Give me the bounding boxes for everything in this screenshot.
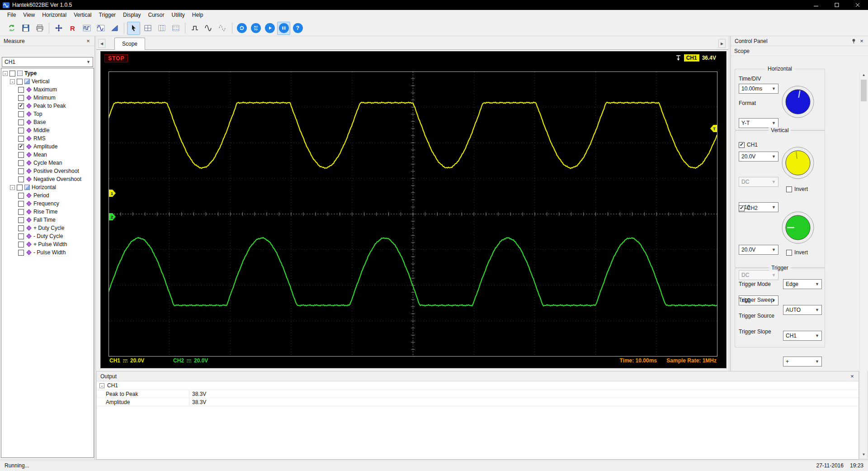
measure-checkbox[interactable] (18, 136, 24, 142)
refresh-button[interactable] (235, 22, 248, 35)
ch2-volts-select[interactable]: 20.0V▼ (739, 245, 778, 255)
scroll-up-icon[interactable]: ▲ (860, 71, 868, 79)
measure-close-icon[interactable]: × (85, 38, 92, 45)
measure-checkbox[interactable] (18, 176, 24, 182)
tree-item[interactable]: Mean (1, 151, 94, 159)
grid-button[interactable] (141, 22, 154, 35)
measure-checkbox[interactable] (18, 95, 24, 101)
vertical-cursor-button[interactable] (155, 22, 168, 35)
tree-item[interactable]: + Pulse Width (1, 240, 94, 248)
tree-item[interactable]: Negative Overshoot (1, 175, 94, 183)
menu-cursor[interactable]: Cursor (144, 10, 168, 19)
tree-root-type[interactable]: Type (1, 69, 94, 77)
measure-checkbox[interactable] (17, 185, 23, 190)
tree-item[interactable]: Amplitude (1, 143, 94, 151)
tree-group-horizontal[interactable]: Horizontal (1, 183, 94, 191)
measure-checkbox[interactable] (18, 152, 24, 158)
minimize-button[interactable] (806, 0, 826, 10)
ch2-invert-checkbox[interactable] (786, 250, 792, 256)
linear-interpolation-button[interactable] (216, 22, 229, 35)
step-interpolation-button[interactable] (188, 22, 201, 35)
ch1-volts-select[interactable]: 20.0V▼ (739, 152, 778, 162)
close-button[interactable] (847, 0, 868, 10)
tree-item[interactable]: - Duty Cycle (1, 232, 94, 240)
output-group-row[interactable]: CH1 (97, 381, 859, 390)
scope-canvas[interactable]: T12 (108, 71, 717, 357)
measure-source-select[interactable]: CH1 ▼ (2, 57, 93, 67)
tree-group-vertical[interactable]: Vertical (1, 77, 94, 86)
ch1-enable-checkbox[interactable] (739, 142, 745, 148)
measure-checkbox[interactable] (18, 119, 24, 125)
vector-display-button[interactable] (80, 22, 93, 35)
dot-display-button[interactable] (94, 22, 107, 35)
measure-checkbox[interactable] (18, 225, 24, 231)
trigger-mode-select[interactable]: Edge▼ (783, 279, 822, 289)
trigger-sweep-select[interactable]: AUTO▼ (783, 305, 822, 315)
menu-view[interactable]: View (19, 10, 38, 19)
scrollbar-thumb[interactable] (861, 80, 867, 101)
scope-display[interactable]: STOP CH1 36.4V T12 CH1 20.0V CH2 20.0V T… (100, 51, 726, 368)
control-panel-close-icon[interactable]: × (858, 38, 865, 45)
output-row[interactable]: Amplitude38.3V (97, 398, 859, 406)
trigger-source-select[interactable]: CH1▼ (783, 331, 822, 341)
timebase-knob[interactable] (781, 85, 815, 119)
acquire-button[interactable] (5, 22, 18, 35)
control-panel-scrollbar[interactable]: ▲ ▼ (859, 71, 867, 458)
tree-item[interactable]: + Duty Cycle (1, 224, 94, 232)
measure-checkbox[interactable] (18, 87, 24, 93)
tree-item[interactable]: Maximum (1, 86, 94, 94)
measure-checkbox[interactable] (18, 168, 24, 174)
measure-checkbox[interactable] (18, 193, 24, 199)
measure-checkbox[interactable] (18, 111, 24, 117)
cursor-button[interactable] (127, 22, 140, 35)
collapse-icon[interactable] (3, 71, 8, 76)
measure-checkbox[interactable] (18, 250, 24, 256)
measure-checkbox[interactable] (9, 71, 15, 76)
autoset-button[interactable]: AUTO (249, 22, 262, 35)
start-button[interactable] (263, 22, 276, 35)
output-close-icon[interactable]: × (849, 373, 856, 380)
tree-item[interactable]: Fall Time (1, 216, 94, 224)
tree-item[interactable]: Period (1, 191, 94, 200)
measure-checkbox[interactable] (18, 201, 24, 207)
measure-checkbox[interactable] (17, 79, 23, 85)
measure-checkbox[interactable] (18, 242, 24, 247)
collapse-icon[interactable] (99, 383, 104, 388)
pan-button[interactable] (52, 22, 65, 35)
tab-scroll-left-icon[interactable]: ◀ (98, 39, 105, 48)
output-row[interactable]: Peak to Peak38.3V (97, 390, 859, 398)
menu-help[interactable]: Help (189, 10, 207, 19)
save-button[interactable] (19, 22, 32, 35)
tree-item[interactable]: Base (1, 118, 94, 126)
collapse-icon[interactable] (10, 185, 15, 190)
tab-scope[interactable]: Scope (114, 38, 145, 50)
ch1-volts-knob[interactable] (781, 146, 815, 180)
ramp-display-button[interactable] (108, 22, 121, 35)
tree-item[interactable]: Cycle Mean (1, 159, 94, 167)
menu-file[interactable]: File (4, 10, 19, 19)
help-button[interactable]: ? (291, 22, 304, 35)
tab-scroll-right-icon[interactable]: ▶ (718, 39, 726, 48)
measure-checkbox[interactable] (18, 217, 24, 223)
timediv-select[interactable]: 10.00ms▼ (739, 84, 778, 94)
tree-item[interactable]: - Pulse Width (1, 248, 94, 257)
menu-horizontal[interactable]: Horizontal (38, 10, 70, 19)
sine-interpolation-button[interactable] (202, 22, 215, 35)
measure-checkbox[interactable] (18, 209, 24, 215)
measure-checkbox[interactable] (18, 103, 24, 109)
pin-icon[interactable] (850, 38, 857, 45)
tree-item[interactable]: Top (1, 110, 94, 118)
ch2-enable-checkbox[interactable] (739, 205, 745, 211)
reference-button[interactable]: R (66, 22, 79, 35)
menu-display[interactable]: Display (119, 10, 144, 19)
tree-item[interactable]: Middle (1, 126, 94, 134)
collapse-icon[interactable] (10, 79, 15, 84)
scroll-down-icon[interactable]: ▼ (860, 451, 868, 458)
measure-checkbox[interactable] (18, 160, 24, 166)
ch2-volts-knob[interactable] (781, 210, 815, 245)
pause-button[interactable] (277, 22, 290, 35)
horizontal-cursor-button[interactable] (169, 22, 182, 35)
menu-utility[interactable]: Utility (168, 10, 188, 19)
menu-trigger[interactable]: Trigger (95, 10, 120, 19)
measure-checkbox[interactable] (18, 144, 24, 150)
